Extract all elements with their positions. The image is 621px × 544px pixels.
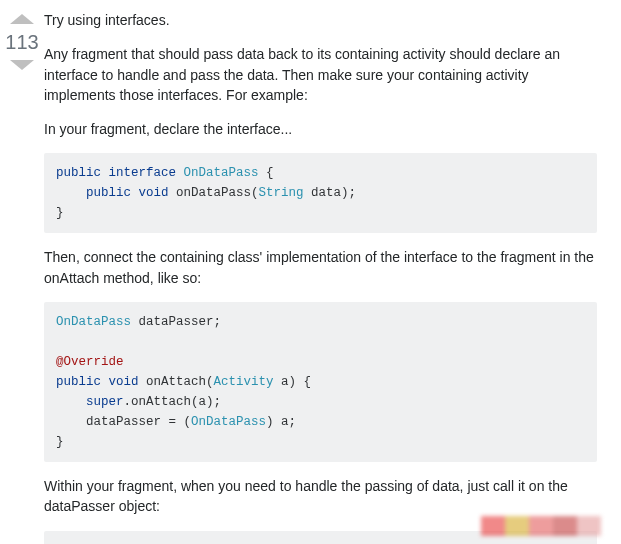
kw: void: [101, 375, 139, 389]
punct: }: [56, 435, 64, 449]
paragraph-onattach: Then, connect the containing class' impl…: [44, 247, 597, 288]
paragraph-passdata: Within your fragment, when you need to h…: [44, 476, 597, 517]
code-block-interface[interactable]: public interface OnDataPass { public voi…: [44, 153, 597, 233]
code-text: a) {: [274, 375, 312, 389]
annotation: @Override: [56, 355, 124, 369]
kw: interface: [101, 166, 176, 180]
kw: public: [56, 186, 131, 200]
answer-container: 113 Try using interfaces. Any fragment t…: [0, 0, 621, 544]
paragraph-explain: Any fragment that should pass data back …: [44, 44, 597, 105]
answer-body: Try using interfaces. Any fragment that …: [44, 10, 611, 544]
kw: public: [56, 375, 101, 389]
downvote-icon[interactable]: [10, 60, 34, 70]
kw: void: [131, 186, 169, 200]
kw: super: [56, 395, 124, 409]
type: String: [259, 186, 304, 200]
punct: {: [259, 166, 274, 180]
code-text: dataPasser;: [131, 315, 221, 329]
code-text: data);: [304, 186, 357, 200]
code-text: dataPasser = (: [56, 415, 191, 429]
paragraph-declare: In your fragment, declare the interface.…: [44, 119, 597, 139]
code-text: ) a;: [266, 415, 296, 429]
code-text: onAttach(: [139, 375, 214, 389]
type: OnDataPass: [56, 315, 131, 329]
code-text: onDataPass(: [169, 186, 259, 200]
vote-score: 113: [5, 30, 38, 54]
type: Activity: [214, 375, 274, 389]
paragraph-intro: Try using interfaces.: [44, 10, 597, 30]
code-block-onattach[interactable]: OnDataPass dataPasser; @Override public …: [44, 302, 597, 462]
artifact-pixels: [481, 516, 601, 536]
code-text: .onAttach(a);: [124, 395, 222, 409]
vote-column: 113: [0, 10, 44, 544]
type: OnDataPass: [176, 166, 259, 180]
punct: }: [56, 206, 64, 220]
kw: public: [56, 166, 101, 180]
type: OnDataPass: [191, 415, 266, 429]
upvote-icon[interactable]: [10, 14, 34, 24]
